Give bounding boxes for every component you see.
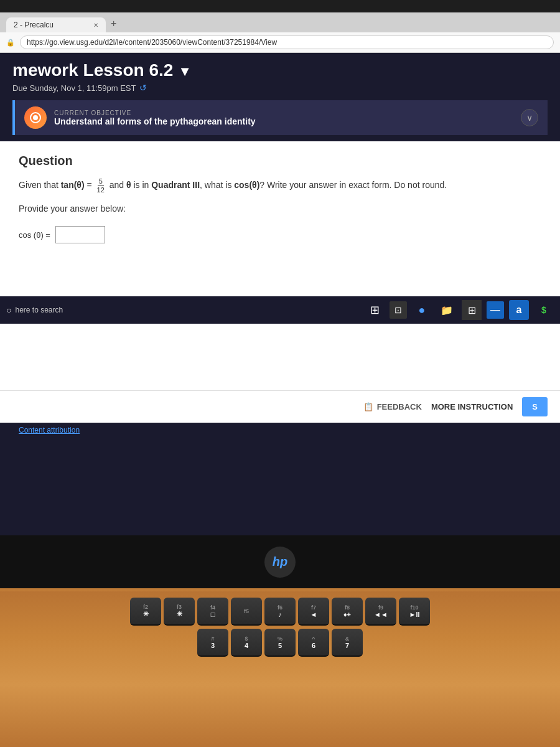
key-5[interactable]: % 5 bbox=[264, 629, 296, 657]
keyboard-num-row: # 3 $ 4 % 5 ^ 6 & 7 bbox=[197, 629, 363, 657]
screen-area: 2 - Precalcu ✕ + 🔒 https://go.view.usg.e… bbox=[0, 0, 560, 535]
keyboard-area: f2 ✳ f3 ✳ f4 □ f5 f6 ♪ f7 ◄ bbox=[0, 591, 560, 747]
taskbar-files-icon[interactable]: 📁 bbox=[437, 300, 457, 320]
question-text: Given that tan(θ) = 512 and θ is in Quad… bbox=[19, 177, 541, 194]
new-tab-button[interactable]: + bbox=[106, 15, 121, 32]
content-attribution-link[interactable]: Content attribution bbox=[0, 423, 560, 438]
key-f6[interactable]: f6 ♪ bbox=[264, 598, 296, 626]
refresh-icon: ↺ bbox=[139, 83, 147, 93]
taskbar-search-text[interactable]: here to search bbox=[15, 306, 63, 314]
objective-icon bbox=[24, 106, 47, 129]
cos-answer-input[interactable] bbox=[55, 226, 105, 243]
question-area: Question Given that tan(θ) = 512 and θ i… bbox=[0, 141, 560, 390]
key-f3[interactable]: f3 ✳ bbox=[164, 598, 195, 626]
browser-tab[interactable]: 2 - Precalcu ✕ bbox=[6, 17, 106, 32]
taskbar-windows-button[interactable]: ⊡ bbox=[390, 301, 407, 319]
taskbar-a-icon[interactable]: a bbox=[509, 300, 529, 320]
browser-window: 2 - Precalcu ✕ + 🔒 https://go.view.usg.e… bbox=[0, 12, 560, 535]
key-4[interactable]: $ 4 bbox=[231, 629, 262, 657]
key-f2[interactable]: f2 ✳ bbox=[130, 598, 161, 626]
page-title-text: mework Lesson 6.2 bbox=[12, 60, 173, 80]
key-f4[interactable]: f4 □ bbox=[197, 598, 228, 626]
feedback-icon: 📋 bbox=[363, 402, 373, 411]
key-f8[interactable]: f8 ♦+ bbox=[332, 598, 363, 626]
action-bar: 📋 FEEDBACK MORE INSTRUCTION S bbox=[0, 390, 560, 423]
expand-button[interactable]: ∨ bbox=[521, 109, 538, 126]
url-text: https://go.view.usg.edu/d2l/le/content/2… bbox=[27, 38, 277, 47]
key-6[interactable]: ^ 6 bbox=[298, 629, 329, 657]
answer-prompt: Provide your answer below: bbox=[19, 204, 541, 214]
url-bar[interactable]: https://go.view.usg.edu/d2l/le/content/2… bbox=[20, 35, 554, 49]
taskbar-windows-icon[interactable]: ⊞ bbox=[365, 300, 385, 320]
taskbar-grid-icon[interactable]: ⊞ bbox=[462, 300, 482, 320]
question-heading: Question bbox=[19, 154, 541, 168]
taskbar-dollar-icon[interactable]: $ bbox=[534, 300, 554, 320]
feedback-label: FEEDBACK bbox=[377, 402, 422, 411]
tab-bar: 2 - Precalcu ✕ + bbox=[0, 12, 560, 32]
objective-label: CURRENT OBJECTIVE bbox=[54, 110, 513, 116]
key-f9[interactable]: f9 ◄◄ bbox=[365, 598, 396, 626]
page-title: mework Lesson 6.2 ▼ bbox=[12, 60, 548, 80]
due-date: Due Sunday, Nov 1, 11:59pm EST ↺ bbox=[12, 83, 548, 93]
taskbar-icons: ⊞ ⊡ ● 📁 ⊞ — a $ bbox=[365, 300, 554, 320]
key-f5[interactable]: f5 bbox=[231, 598, 262, 626]
key-3[interactable]: # 3 bbox=[197, 629, 228, 657]
tab-close-button[interactable]: ✕ bbox=[93, 22, 98, 29]
key-f10[interactable]: f10 ►II bbox=[399, 598, 430, 626]
key-7[interactable]: & 7 bbox=[332, 629, 363, 657]
objective-bar: CURRENT OBJECTIVE Understand all forms o… bbox=[12, 100, 548, 135]
feedback-button[interactable]: 📋 FEEDBACK bbox=[363, 402, 422, 411]
page-header: mework Lesson 6.2 ▼ Due Sunday, Nov 1, 1… bbox=[0, 53, 560, 100]
cos-label: cos (θ) = bbox=[19, 230, 50, 240]
keyboard-fn-row: f2 ✳ f3 ✳ f4 □ f5 f6 ♪ f7 ◄ bbox=[130, 598, 430, 626]
key-f7[interactable]: f7 ◄ bbox=[298, 598, 329, 626]
objective-title: Understand all forms of the pythagorean … bbox=[54, 116, 513, 126]
more-instruction-button[interactable]: MORE INSTRUCTION bbox=[431, 402, 513, 411]
taskbar-mail-icon[interactable]: — bbox=[487, 301, 504, 319]
answer-row: cos (θ) = bbox=[19, 226, 541, 243]
taskbar: ○ here to search ⊞ ⊡ ● 📁 ⊞ — a $ bbox=[0, 296, 560, 324]
hp-logo-area: hp bbox=[0, 535, 560, 588]
page-content: mework Lesson 6.2 ▼ Due Sunday, Nov 1, 1… bbox=[0, 53, 560, 535]
tab-label: 2 - Precalcu bbox=[14, 21, 54, 29]
search-icon: ○ bbox=[6, 305, 11, 315]
submit-button[interactable]: S bbox=[522, 397, 548, 416]
lock-icon: 🔒 bbox=[6, 39, 15, 47]
taskbar-edge-icon[interactable]: ● bbox=[412, 300, 432, 320]
address-bar: 🔒 https://go.view.usg.edu/d2l/le/content… bbox=[0, 32, 560, 53]
hp-logo: hp bbox=[264, 547, 296, 578]
objective-text: CURRENT OBJECTIVE Understand all forms o… bbox=[54, 110, 513, 126]
svg-point-1 bbox=[33, 115, 38, 120]
laptop-body: 2 - Precalcu ✕ + 🔒 https://go.view.usg.e… bbox=[0, 0, 560, 747]
